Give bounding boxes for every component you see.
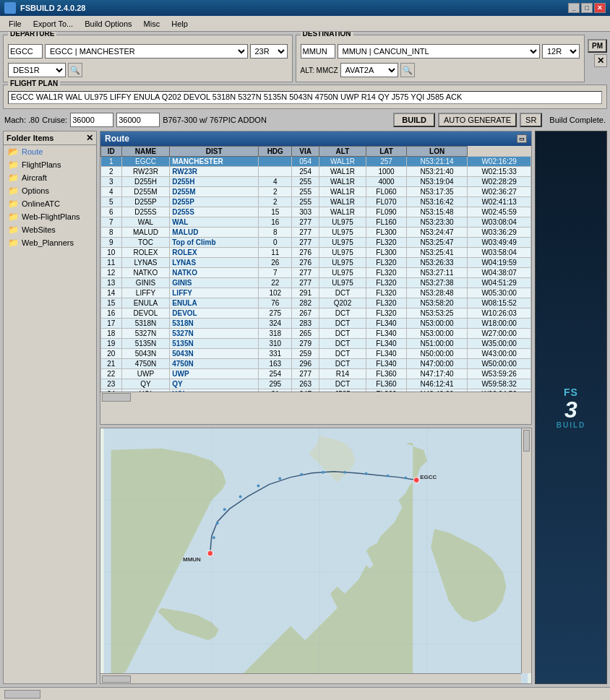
menu-help[interactable]: Help — [166, 18, 194, 30]
departure-runway-select[interactable]: 23R — [250, 44, 288, 59]
pm-button[interactable]: PM — [588, 39, 607, 53]
hscroll-thumb[interactable] — [102, 393, 131, 402]
sidebar-item-web-flightplans[interactable]: 📁 Web-FlightPlans — [4, 210, 96, 223]
table-hscrollbar[interactable] — [100, 392, 531, 402]
departure-icao-input[interactable] — [8, 44, 43, 59]
table-row[interactable]: 22UWPUWP254277R14FL360N47:17:40W53:59:26 — [101, 369, 531, 379]
route-map: EGCC MMUN — [100, 428, 531, 683]
statusbar-scroll[interactable] — [4, 690, 40, 699]
flightplan-route[interactable]: EGCC WAL1R WAL UL975 LIFFY ENULA Q202 DE… — [8, 91, 602, 104]
autogenerate-button[interactable]: AUTO GENERATE — [438, 113, 517, 127]
destination-star-select[interactable]: AVAT2A — [340, 63, 398, 77]
table-row[interactable]: 4D255MD255M2255WAL1RFL060N53:17:35W02:36… — [101, 187, 531, 197]
table-cell: GINIS — [121, 278, 170, 288]
table-cell: N51:00:00 — [407, 339, 468, 349]
table-cell: 11 — [101, 258, 122, 268]
sr-button[interactable]: SR — [520, 113, 542, 127]
menu-export[interactable]: Export To... — [27, 18, 79, 30]
table-cell: 5318N — [170, 319, 259, 329]
table-row[interactable]: 12NATKONATKO7277UL975FL320N53:27:11W04:3… — [101, 268, 531, 278]
table-cell: UL975 — [319, 268, 366, 278]
close-button[interactable]: ✕ — [594, 3, 606, 13]
destination-icao-input[interactable] — [301, 44, 335, 59]
build-button[interactable]: BUILD — [393, 113, 435, 127]
table-cell: 5043N — [121, 349, 170, 359]
sidebar-close-button[interactable]: ✕ — [86, 133, 93, 143]
cruise-input-1[interactable] — [70, 113, 113, 127]
sidebar-item-options[interactable]: 📁 Options — [4, 184, 96, 197]
table-row[interactable]: 6D255SD255S15303WAL1RFL090N53:15:48W02:4… — [101, 207, 531, 217]
table-row[interactable]: 185327N5327N318265DCTFL340N53:00:00W27:0… — [101, 329, 531, 339]
table-cell: W02:41:13 — [468, 197, 531, 207]
table-row[interactable]: 205043N5043N331259DCTFL340N50:00:00W43:0… — [101, 349, 531, 359]
table-cell: WAL — [121, 217, 170, 228]
table-row[interactable]: 9TOCTop of Climb0277UL975FL320N53:25:47W… — [101, 238, 531, 248]
cruise-input-2[interactable] — [116, 113, 160, 127]
table-row[interactable]: 2RW23RRW23R254WAL1R1000N53:21:40W02:15:3… — [101, 167, 531, 177]
waypoint-table-scroll[interactable]: ID NAME DIST HDG VIA ALT LAT LON — [100, 146, 531, 392]
departure-search-button[interactable]: 🔍 — [68, 63, 82, 77]
table-row[interactable]: 1EGCCMANCHESTER054WAL1R257N53:21:14W02:1… — [101, 157, 531, 167]
table-cell: 254 — [259, 369, 292, 379]
table-cell: 263 — [292, 379, 319, 389]
departure-airport-select[interactable]: EGCC | MANCHESTER — [45, 44, 248, 59]
svg-point-6 — [386, 475, 389, 478]
table-cell: 277 — [292, 217, 319, 228]
sidebar-item-onlineatc[interactable]: 📁 OnlineATC — [4, 197, 96, 210]
table-cell: 1 — [101, 157, 122, 167]
sidebar-item-web-planners[interactable]: 📁 Web_Planners — [4, 236, 96, 249]
table-cell: 17 — [101, 319, 122, 329]
table-row[interactable]: 175318N5318N324283DCTFL340N53:00:00W18:0… — [101, 319, 531, 329]
map-hscroll-thumb[interactable] — [102, 675, 131, 683]
table-cell: GINIS — [170, 278, 259, 288]
sidebar-item-aircraft[interactable]: 📁 Aircraft — [4, 171, 96, 184]
menu-build-options[interactable]: Build Options — [79, 18, 137, 30]
close-dest-button[interactable]: ✕ — [594, 54, 607, 67]
sidebar-item-route[interactable]: 📂 Route — [4, 145, 96, 158]
col-header-lon: LON — [407, 147, 468, 157]
table-row[interactable]: 3D255HD255H4255WAL1R4000N53:19:04W02:28:… — [101, 177, 531, 187]
logo-build-text: 3 — [557, 398, 586, 421]
table-row[interactable]: 16DEVOLDEVOL275267DCTFL320N53:53:25W10:2… — [101, 308, 531, 319]
folder-icon-aircraft: 📁 — [8, 173, 19, 183]
table-row[interactable]: 214750N4750N163296DCTFL340N47:00:00W50:0… — [101, 359, 531, 369]
table-row[interactable]: 23QYQY295263DCTFL360N46:12:41W59:58:32 — [101, 379, 531, 389]
table-row[interactable]: 11LYNASLYNAS26276UL975FL320N53:26:33W04:… — [101, 258, 531, 268]
departure-sid-select[interactable]: DES1R — [8, 63, 66, 77]
table-header-row: ID NAME DIST HDG VIA ALT LAT LON — [101, 147, 531, 157]
folder-icon-options: 📁 — [8, 186, 19, 196]
sidebar-item-websites[interactable]: 📁 WebSites — [4, 223, 96, 236]
route-restore-button[interactable]: ▭ — [517, 134, 527, 143]
menu-misc[interactable]: Misc — [138, 18, 166, 30]
destination-runway-select[interactable]: 12R — [542, 44, 580, 59]
table-cell: 277 — [292, 238, 319, 248]
sidebar-item-label-web-flightplans: Web-FlightPlans — [22, 212, 80, 221]
table-row[interactable]: 10ROLEXROLEX11276UL975FL300N53:25:41W03:… — [101, 248, 531, 258]
table-cell: DCT — [319, 319, 366, 329]
destination-airport-select[interactable]: MMUN | CANCUN_INTL — [338, 44, 541, 59]
map-vscroll-thumb[interactable] — [523, 430, 530, 451]
map-hscrollbar[interactable] — [100, 673, 521, 683]
table-row[interactable]: 8MALUDMALUD8277UL975FL300N53:24:47W03:36… — [101, 228, 531, 238]
table-row[interactable]: 15ENULAENULA76282Q202FL320N53:58:20W08:1… — [101, 298, 531, 308]
sidebar-item-flightplans[interactable]: 📁 FlightPlans — [4, 158, 96, 171]
table-cell: 4750N — [121, 359, 170, 369]
table-row[interactable]: 7WALWAL16277UL975FL160N53:23:30W03:08:04 — [101, 217, 531, 228]
table-cell: FL300 — [366, 248, 407, 258]
table-row[interactable]: 13GINISGINIS22277UL975FL320N53:27:38W04:… — [101, 278, 531, 288]
table-cell: MANCHESTER — [170, 157, 259, 167]
maximize-button[interactable]: □ — [581, 3, 593, 13]
table-row[interactable]: 14LIFFYLIFFY102291DCTFL320N53:28:48W05:3… — [101, 288, 531, 298]
table-cell: 19 — [101, 339, 122, 349]
map-vscrollbar[interactable] — [521, 428, 531, 673]
table-cell: W53:59:26 — [468, 369, 531, 379]
table-cell: FL090 — [366, 207, 407, 217]
menu-file[interactable]: File — [3, 18, 27, 30]
table-row[interactable]: 5D255PD255P2255WAL1RFL070N53:16:42W02:41… — [101, 197, 531, 207]
table-row[interactable]: 195135N5135N310279DCTFL340N51:00:00W35:0… — [101, 339, 531, 349]
minimize-button[interactable]: _ — [568, 3, 580, 13]
table-cell: FL070 — [366, 197, 407, 207]
destination-search-button[interactable]: 🔍 — [400, 63, 415, 77]
folder-icon-web-flightplans: 📁 — [8, 212, 19, 222]
table-cell: W03:58:04 — [468, 248, 531, 258]
